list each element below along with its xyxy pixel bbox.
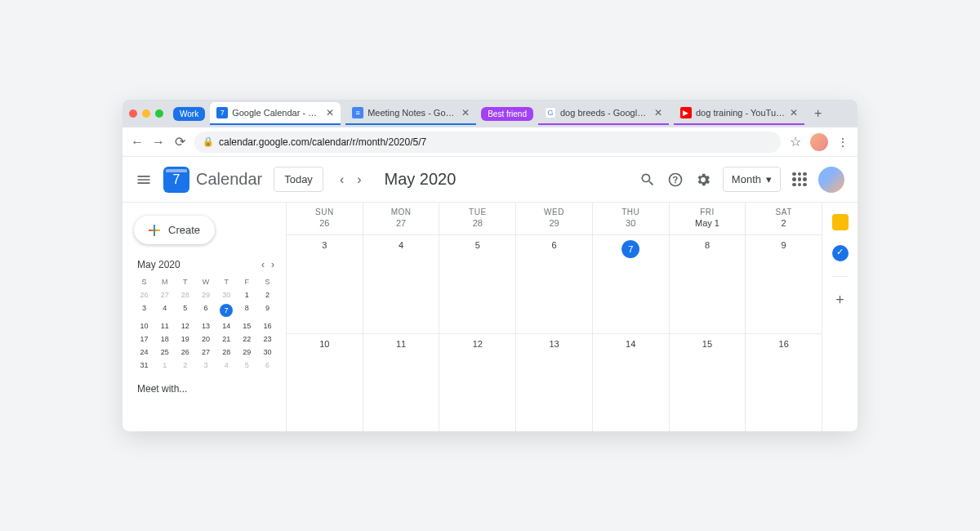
new-tab-button[interactable]: + [809, 106, 826, 121]
mini-day[interactable]: 26 [134, 288, 154, 301]
mini-day[interactable]: 18 [154, 332, 175, 346]
grid-day-cell[interactable]: 16 [746, 334, 822, 432]
mini-day[interactable]: 1 [237, 288, 257, 301]
close-tab-icon[interactable]: ✕ [326, 107, 334, 118]
add-addon-icon[interactable]: + [835, 292, 844, 309]
mini-day[interactable]: 4 [216, 359, 237, 372]
grid-day-cell[interactable]: 11 [363, 334, 440, 432]
mini-day[interactable]: 21 [216, 332, 237, 346]
mini-day[interactable]: 7 [216, 301, 237, 319]
forward-button[interactable]: → [152, 135, 165, 149]
mini-day[interactable]: 20 [195, 332, 216, 346]
mini-day[interactable]: 30 [257, 346, 278, 359]
grid-day-cell[interactable]: 14 [593, 334, 670, 432]
main-menu-icon[interactable] [136, 172, 152, 188]
mini-day[interactable]: 5 [237, 359, 257, 372]
calendar-logo[interactable]: 7 Calendar [163, 167, 262, 193]
minimize-window-icon[interactable] [142, 109, 150, 118]
tab-youtube[interactable]: ▶ dog training - YouTube ✕ [674, 102, 804, 125]
keep-icon[interactable] [832, 214, 849, 230]
mini-day[interactable]: 3 [195, 359, 216, 372]
mini-day[interactable]: 12 [175, 319, 195, 332]
close-tab-icon[interactable]: ✕ [654, 107, 662, 118]
grid-day[interactable]: 30 [593, 218, 669, 234]
grid-day-cell[interactable]: 9 [746, 235, 822, 333]
grid-day-cell[interactable]: 3 [287, 235, 363, 333]
mini-day[interactable]: 17 [134, 332, 154, 346]
tab-search[interactable]: G dog breeds - Google Searc ✕ [538, 102, 669, 125]
url-field[interactable]: 🔒 calendar.google.com/calendar/r/month/2… [194, 132, 781, 153]
tasks-icon[interactable] [832, 245, 849, 261]
grid-day[interactable]: 2 [746, 218, 822, 234]
search-icon[interactable] [639, 172, 656, 188]
mini-day[interactable]: 6 [257, 359, 278, 372]
mini-calendar[interactable]: SMTWTFS262728293012345678910111213141516… [134, 275, 278, 372]
browser-menu-icon[interactable]: ⋮ [836, 136, 849, 149]
mini-day[interactable]: 8 [237, 301, 257, 319]
mini-day[interactable]: 6 [195, 301, 216, 319]
grid-day-cell[interactable]: 12 [439, 334, 516, 432]
mini-day[interactable]: 5 [175, 301, 195, 319]
tab-group-work[interactable]: Work [173, 107, 205, 121]
grid-day-cell[interactable]: 13 [516, 334, 593, 432]
grid-day[interactable]: 26 [287, 218, 363, 234]
mini-day[interactable]: 11 [154, 319, 175, 332]
mini-day[interactable]: 22 [237, 332, 257, 346]
tab-docs[interactable]: ≡ Meeting Notes - Google Do ✕ [345, 102, 476, 125]
grid-day-cell[interactable]: 10 [287, 334, 363, 432]
settings-gear-icon[interactable] [695, 172, 711, 188]
grid-day-cell[interactable]: 6 [516, 235, 593, 333]
next-month-button[interactable]: › [352, 169, 366, 190]
account-avatar[interactable] [818, 167, 844, 193]
tab-group-best-friend[interactable]: Best friend [481, 107, 533, 121]
grid-day[interactable]: 28 [439, 218, 515, 234]
grid-day[interactable]: May 1 [670, 218, 746, 234]
grid-day[interactable]: 27 [363, 218, 439, 234]
mini-day[interactable]: 13 [195, 319, 216, 332]
bookmark-star-icon[interactable]: ☆ [789, 134, 802, 149]
grid-day-cell[interactable]: 5 [439, 235, 516, 333]
mini-day[interactable]: 27 [154, 288, 175, 301]
reload-button[interactable]: ⟳ [173, 134, 186, 149]
close-tab-icon[interactable]: ✕ [790, 107, 798, 118]
mini-next-month[interactable]: › [271, 259, 274, 270]
today-button[interactable]: Today [274, 167, 323, 192]
mini-day[interactable]: 28 [175, 288, 195, 301]
mini-day[interactable]: 23 [257, 332, 278, 346]
mini-day[interactable]: 28 [216, 346, 237, 359]
create-button[interactable]: Create [134, 216, 215, 244]
mini-prev-month[interactable]: ‹ [261, 259, 265, 270]
maximize-window-icon[interactable] [155, 109, 163, 118]
mini-day[interactable]: 10 [134, 319, 154, 332]
grid-day-cell[interactable]: 4 [363, 235, 440, 333]
mini-day[interactable]: 3 [134, 301, 154, 319]
mini-day[interactable]: 29 [237, 346, 257, 359]
mini-day[interactable]: 14 [216, 319, 237, 332]
mini-day[interactable]: 25 [154, 346, 175, 359]
prev-month-button[interactable]: ‹ [335, 169, 349, 190]
grid-day-cell[interactable]: 8 [670, 235, 746, 333]
back-button[interactable]: ← [131, 135, 144, 149]
mini-day[interactable]: 16 [257, 319, 278, 332]
mini-day[interactable]: 2 [257, 288, 278, 301]
mini-day[interactable]: 26 [175, 346, 195, 359]
close-window-icon[interactable] [129, 109, 137, 118]
help-icon[interactable] [667, 172, 684, 188]
mini-day[interactable]: 31 [134, 359, 154, 372]
mini-day[interactable]: 27 [195, 346, 216, 359]
mini-day[interactable]: 1 [154, 359, 175, 372]
mini-day[interactable]: 15 [237, 319, 257, 332]
profile-avatar[interactable] [810, 133, 828, 151]
mini-day[interactable]: 9 [257, 301, 278, 319]
mini-day[interactable]: 24 [134, 346, 154, 359]
grid-day-cell[interactable]: 15 [670, 334, 746, 432]
view-selector[interactable]: Month ▾ [723, 167, 781, 192]
mini-day[interactable]: 19 [175, 332, 195, 346]
tab-calendar[interactable]: 7 Google Calendar - May 20 ✕ [210, 102, 341, 125]
grid-day-cell[interactable]: 7 [593, 235, 670, 333]
google-apps-icon[interactable] [792, 172, 807, 187]
mini-day[interactable]: 4 [154, 301, 175, 319]
window-controls[interactable] [129, 109, 163, 118]
close-tab-icon[interactable]: ✕ [461, 107, 470, 118]
mini-day[interactable]: 30 [216, 288, 237, 301]
